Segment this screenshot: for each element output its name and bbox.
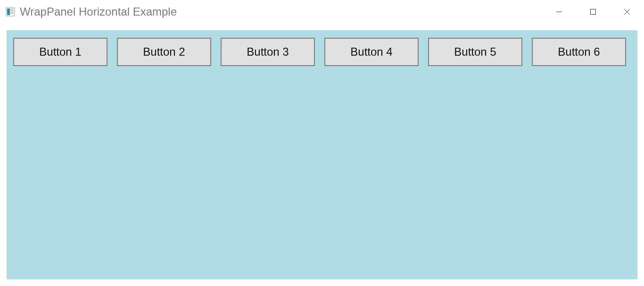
svg-rect-1 — [7, 8, 10, 15]
svg-rect-3 — [10, 10, 14, 12]
minimize-button[interactable] — [542, 0, 576, 24]
wrap-panel: Button 1 Button 2 Button 3 Button 4 Butt… — [7, 30, 637, 279]
button-3[interactable]: Button 3 — [221, 38, 315, 66]
button-2[interactable]: Button 2 — [117, 38, 211, 66]
button-6[interactable]: Button 6 — [532, 38, 626, 66]
close-button[interactable] — [610, 0, 644, 24]
window-controls — [542, 0, 644, 24]
client-area: Button 1 Button 2 Button 3 Button 4 Butt… — [0, 24, 644, 286]
maximize-button[interactable] — [576, 0, 610, 24]
button-5[interactable]: Button 5 — [428, 38, 522, 66]
svg-rect-2 — [10, 8, 14, 10]
titlebar: WrapPanel Horizontal Example — [0, 0, 644, 24]
button-4[interactable]: Button 4 — [324, 38, 419, 66]
svg-rect-4 — [10, 12, 14, 14]
button-1[interactable]: Button 1 — [13, 38, 107, 66]
app-icon — [5, 6, 16, 17]
svg-rect-6 — [591, 9, 596, 15]
window-title: WrapPanel Horizontal Example — [20, 5, 177, 18]
